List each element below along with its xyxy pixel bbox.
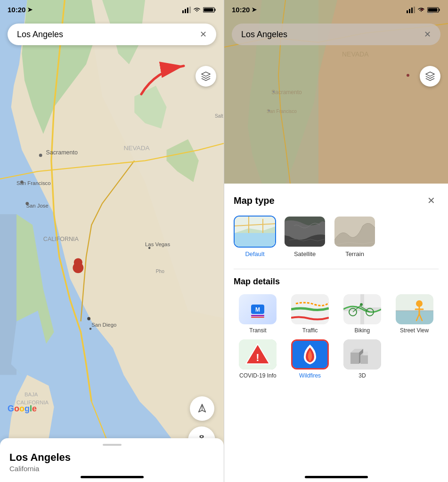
svg-point-38 [407,74,409,77]
map-details-grid: M Transit [234,294,439,379]
svg-point-7 [87,317,90,321]
status-bar-right: 10:20 ➤ [232,6,440,14]
map-type-satellite-label: Satellite [294,250,316,257]
battery-icon-right [427,7,440,13]
search-bar-left[interactable]: Los Angeles ✕ [8,24,216,45]
map-type-default[interactable]: Default [234,216,276,257]
location-arrow-left: ➤ [27,6,33,13]
streetview-label: Street View [400,327,429,334]
covid-thumb: ! [239,339,277,370]
location-button-left[interactable] [190,396,214,421]
wildfires-thumb [291,339,329,370]
traffic-icon [291,294,329,324]
svg-rect-40 [407,10,408,13]
location-arrow-right: ➤ [252,6,257,13]
threed-icon [343,339,381,370]
bottom-state-label: California [9,465,214,473]
map-type-satellite-thumb [284,216,326,248]
detail-3d[interactable]: 3D [338,339,387,379]
transit-thumb: M [239,294,277,324]
search-close-left[interactable]: ✕ [200,29,207,40]
traffic-label: Traffic [302,327,318,334]
bottom-city-label: Los Angeles [9,451,214,464]
svg-rect-69 [360,355,368,364]
svg-text:San Francisco: San Francisco [16,180,51,186]
time-text-right: 10:20 [232,6,250,14]
svg-text:Salt: Salt [215,113,223,119]
streetview-thumb [396,294,433,324]
svg-rect-42 [411,8,413,13]
detail-biking[interactable]: Biking [338,294,387,334]
search-close-right[interactable]: ✕ [424,29,431,40]
svg-rect-27 [204,8,213,11]
map-type-terrain-thumb [334,216,376,248]
svg-rect-45 [439,8,440,11]
svg-text:San Diego: San Diego [91,322,116,328]
svg-point-63 [416,300,423,307]
map-type-terrain-label: Terrain [345,250,364,257]
map-type-satellite[interactable]: Satellite [284,216,326,257]
layers-icon-right [425,71,435,81]
transit-icon: M [249,301,266,318]
svg-text:!: ! [256,352,260,363]
map-background-right: NEVADA Sacramento San Francisco Salt 10:… [224,0,448,184]
search-bar-right[interactable]: Los Angeles ✕ [232,24,440,45]
detail-transit[interactable]: M Transit [234,294,282,334]
svg-point-2 [39,154,42,157]
svg-text:M: M [255,306,260,313]
streetview-icon [396,294,433,324]
layers-button-right[interactable] [420,66,440,87]
covid-icon: ! [239,339,277,370]
traffic-thumb [291,294,329,324]
search-value-left: Los Angeles [17,30,63,40]
svg-rect-21 [182,10,184,13]
home-indicator-right [305,476,368,478]
transit-label: Transit [249,327,266,334]
svg-point-60 [360,303,363,306]
svg-text:BAJA: BAJA [24,392,38,397]
svg-rect-48 [235,233,276,248]
layers-button-left[interactable] [195,66,216,87]
detail-traffic[interactable]: Traffic [286,294,334,334]
svg-rect-46 [428,8,438,11]
detail-wildfires[interactable]: Wildfires [286,339,334,379]
threed-label: 3D [358,372,366,379]
svg-rect-55 [251,317,264,318]
threed-thumb [343,339,381,370]
biking-label: Biking [355,327,370,334]
svg-text:Sacramento: Sacramento [271,89,302,96]
drag-handle-left[interactable] [103,444,122,446]
sheet-close-button[interactable]: ✕ [424,193,439,208]
biking-icon [343,294,381,324]
time-display-right: 10:20 ➤ [232,6,257,14]
sheet-header: Map type ✕ [234,193,439,208]
svg-point-16 [90,328,92,330]
svg-rect-26 [215,8,216,11]
svg-text:Las Vegas: Las Vegas [145,241,170,247]
status-icons-left [182,7,216,13]
map-type-terrain[interactable]: Terrain [334,216,376,257]
svg-rect-68 [350,353,359,364]
detail-streetview[interactable]: Street View [390,294,439,334]
wifi-icon-right [417,7,425,13]
map-details-title: Map details [234,277,439,287]
svg-text:NEVADA: NEVADA [124,145,150,152]
detail-covid[interactable]: ! COVID-19 Info [234,339,282,379]
home-indicator-left [81,476,144,478]
layers-icon-left [201,71,211,81]
svg-rect-41 [409,9,410,13]
covid-label: COVID-19 Info [239,372,277,379]
signal-icon-right [407,7,415,13]
left-panel: Sacramento San Francisco San Jose CALIFO… [0,0,224,482]
svg-text:Pho: Pho [156,269,165,274]
svg-text:San Jose: San Jose [26,203,48,209]
svg-rect-62 [396,311,433,324]
divider-1 [234,269,439,269]
svg-rect-24 [189,7,191,13]
battery-icon-left [203,7,216,13]
google-logo: Google [8,404,37,414]
biking-thumb [343,294,381,324]
time-text-left: 10:20 [8,6,25,14]
navigation-icon-left [197,403,207,414]
svg-rect-50 [285,217,326,248]
